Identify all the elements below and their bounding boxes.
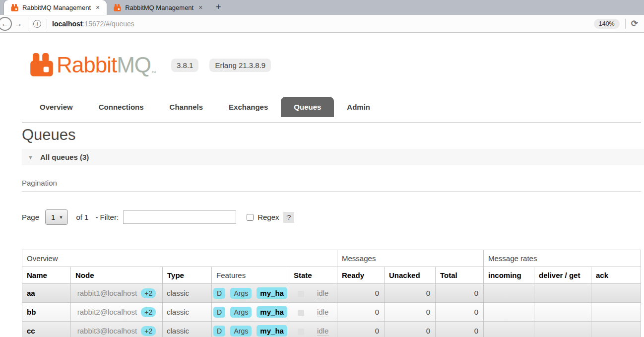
incoming-rate [484, 322, 534, 337]
table-row: bb rabbit2@localhost +2 classic D Args m… [22, 303, 641, 322]
pagination-divider [22, 191, 641, 192]
queue-state-cell: idle [289, 322, 337, 337]
nav-tab-overview[interactable]: Overview [27, 97, 86, 117]
policy-badge[interactable]: my_ha [257, 325, 287, 337]
tab-bar: RabbitMQ Management × RabbitMQ Managemen… [0, 0, 644, 15]
total-count: 0 [436, 322, 484, 337]
column-header-name[interactable]: Name [22, 267, 71, 284]
column-header-unacked[interactable]: Unacked [385, 267, 436, 284]
column-header-node[interactable]: Node [71, 267, 163, 284]
url-path: :15672/#/queues [82, 20, 134, 28]
column-header-ack[interactable]: ack [591, 267, 641, 284]
queue-name-link[interactable]: cc [22, 322, 71, 337]
url-host: localhost [52, 20, 82, 28]
column-header-state[interactable]: State [289, 267, 337, 284]
zoom-level-badge[interactable]: 140% [594, 19, 620, 29]
nav-tab-admin[interactable]: Admin [334, 97, 383, 117]
queue-state-cell: idle [289, 284, 337, 303]
policy-badge[interactable]: my_ha [257, 306, 287, 318]
collapse-arrow-icon[interactable]: ▼ [28, 154, 33, 160]
queue-node-cell: rabbit1@localhost +2 [71, 284, 163, 303]
column-header-type[interactable]: Type [163, 267, 212, 284]
deliver-get-rate [534, 284, 591, 303]
close-icon[interactable]: × [197, 3, 203, 11]
page-select-value: 1 [51, 213, 55, 221]
section-label: All queues (3) [40, 153, 89, 161]
nav-tab-exchanges[interactable]: Exchanges [216, 97, 281, 117]
state-indicator-icon [298, 291, 304, 297]
all-queues-section-header[interactable]: ▼ All queues (3) [22, 149, 644, 165]
rabbitmq-logo-icon [30, 53, 54, 77]
close-icon[interactable]: × [95, 3, 101, 11]
feature-args-badge[interactable]: Args [230, 288, 252, 299]
page-select[interactable]: 1 ▾ [45, 209, 68, 225]
column-header-total[interactable]: Total [436, 267, 484, 284]
node-name: rabbit2@localhost [77, 308, 137, 316]
pagination-heading: Pagination [22, 179, 641, 187]
queue-features-cell: D Args my_ha [212, 284, 289, 303]
feature-durable-badge[interactable]: D [213, 288, 225, 299]
forward-button[interactable]: → [12, 17, 25, 30]
node-more-badge[interactable]: +2 [141, 307, 156, 317]
column-header-incoming[interactable]: incoming [484, 267, 534, 284]
queue-node-cell: rabbit2@localhost +2 [71, 303, 163, 322]
queue-type-cell: classic [163, 322, 212, 337]
page-label: Page [22, 213, 39, 221]
new-tab-button[interactable]: + [209, 1, 227, 14]
queue-features-cell: D Args my_ha [212, 322, 289, 337]
rabbitmq-page: RabbitMQ™ 3.8.1 Erlang 21.3.8.9 Overview… [0, 50, 644, 337]
ready-count: 0 [337, 303, 385, 322]
nav-tab-channels[interactable]: Channels [157, 97, 216, 117]
queue-state-cell: idle [289, 303, 337, 322]
browser-tab-inactive[interactable]: RabbitMQ Management × [107, 0, 209, 15]
queue-features-cell: D Args my_ha [212, 303, 289, 322]
toolbar-separator [625, 19, 626, 29]
queue-type-cell: classic [163, 284, 212, 303]
ack-rate [591, 322, 641, 337]
policy-badge[interactable]: my_ha [257, 287, 287, 299]
state-text: idle [317, 289, 328, 298]
browser-tab-active[interactable]: RabbitMQ Management × [4, 0, 107, 15]
feature-durable-badge[interactable]: D [213, 307, 225, 318]
node-more-badge[interactable]: +2 [141, 288, 156, 298]
filter-input[interactable] [123, 210, 236, 224]
reload-icon[interactable]: ⟳ [631, 18, 638, 29]
feature-durable-badge[interactable]: D [213, 326, 225, 337]
regex-checkbox[interactable] [247, 214, 254, 221]
state-indicator-icon [298, 310, 304, 316]
browser-toolbar: ← → i localhost :15672/#/queues 140% ⟳ [0, 15, 644, 33]
erlang-version-badge: Erlang 21.3.8.9 [209, 59, 271, 72]
node-name: rabbit1@localhost [77, 289, 137, 297]
group-header-messages: Messages [337, 250, 484, 267]
tab-title: RabbitMQ Management [125, 4, 193, 11]
table-row: aa rabbit1@localhost +2 classic D Args m… [22, 284, 641, 303]
address-bar[interactable]: i localhost :15672/#/queues 140% ⟳ [28, 16, 640, 31]
feature-args-badge[interactable]: Args [230, 326, 252, 337]
column-header-deliver-get[interactable]: deliver / get [534, 267, 591, 284]
info-icon[interactable]: i [33, 20, 41, 28]
table-column-header-row: Name Node Type Features State Ready Unac… [22, 267, 641, 284]
node-more-badge[interactable]: +2 [141, 326, 156, 336]
help-icon[interactable]: ? [283, 212, 294, 223]
logo-text-rabbit: Rabbit [57, 53, 117, 77]
page-title: Queues [22, 126, 641, 144]
nav-tab-connections[interactable]: Connections [86, 97, 157, 117]
column-header-features: Features [212, 267, 289, 284]
back-button[interactable]: ← [0, 17, 12, 31]
unacked-count: 0 [385, 322, 436, 337]
state-indicator-icon [298, 329, 304, 335]
feature-args-badge[interactable]: Args [230, 307, 252, 318]
logo-text-mq: MQ [117, 53, 151, 77]
state-text: idle [317, 327, 328, 336]
rabbitmq-favicon-icon [11, 4, 18, 11]
filter-label: - Filter: [95, 213, 119, 221]
browser-window: RabbitMQ Management × RabbitMQ Managemen… [0, 0, 644, 33]
regex-label: Regex [258, 213, 279, 221]
nav-tab-queues[interactable]: Queues [281, 97, 334, 117]
node-name: rabbit3@localhost [77, 327, 137, 335]
queue-name-link[interactable]: bb [22, 303, 71, 322]
total-count: 0 [436, 284, 484, 303]
column-header-ready[interactable]: Ready [337, 267, 385, 284]
queue-name-link[interactable]: aa [22, 284, 71, 303]
rabbitmq-logo[interactable]: RabbitMQ™ 3.8.1 Erlang 21.3.8.9 [30, 50, 641, 80]
